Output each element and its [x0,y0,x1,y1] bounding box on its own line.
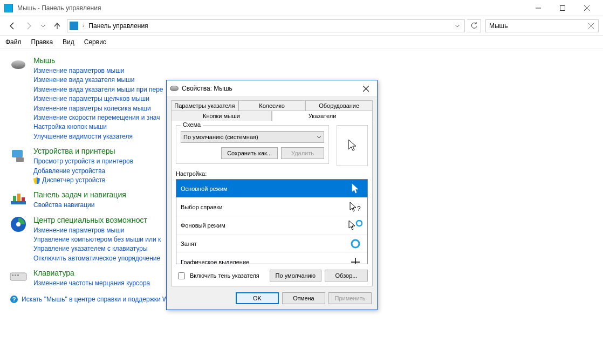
close-icon [363,86,369,92]
menu-service[interactable]: Сервис [84,38,106,46]
recent-dropdown[interactable] [39,18,47,33]
scheme-fieldset: Схема По умолчанию (системная) Сохранить… [176,125,329,164]
section-title[interactable]: Панель задач и навигация [33,190,126,199]
cursor-preview-icon [348,219,363,231]
section-link[interactable]: Отключить автоматическое упорядочение [33,254,161,263]
section-link[interactable]: Улучшение видимости указателя [33,132,163,141]
section-link[interactable]: Изменение параметров мыши [33,66,163,75]
cursor-preview-icon [348,238,363,250]
tab-pointer-options[interactable]: Параметры указателя [171,100,238,111]
control-panel-icon [4,4,13,12]
menu-file[interactable]: Файл [5,38,22,46]
help-icon: ? [10,295,18,304]
cursor-item[interactable]: Графическое выделение [176,253,367,264]
svg-text:?: ? [357,205,361,212]
refresh-button[interactable] [467,19,481,32]
tab-hardware[interactable]: Оборудование [305,100,373,111]
section-link[interactable]: Изменение вида указателя мыши [33,75,163,85]
svg-rect-7 [12,150,23,157]
svg-point-14 [16,222,20,226]
section-link[interactable]: Диспетчер устройств [33,176,133,185]
shield-icon [33,177,40,184]
section-link[interactable]: Настройка кнопок мыши [33,122,163,132]
dialog-titlebar: Свойства: Мышь [167,80,377,97]
cursor-name: Фоновый режим [181,222,225,229]
dialog-close-button[interactable] [358,82,374,95]
maximize-button[interactable] [550,0,574,16]
scheme-combo[interactable]: По умолчанию (системная) [181,131,324,143]
section-link[interactable]: Свойства навигации [33,201,126,210]
section-body: Центр специальных возможностИзменение па… [33,216,161,264]
nav-bar: › Панель управления [0,16,603,36]
arrow-up-icon [53,22,61,30]
back-button[interactable] [4,18,19,33]
cursor-list[interactable]: Основной режимВыбор справки?Фоновый режи… [176,179,368,264]
apply-button[interactable]: Применить [328,292,372,304]
scheme-legend: Схема [181,121,203,128]
forward-button[interactable] [22,18,37,33]
cursor-preview-icon: ? [348,201,363,213]
section-link[interactable]: Управление компьютером без мыши или к [33,235,161,244]
help-text: Искать "Мышь" в центре справки и поддерж… [22,296,168,303]
section-icon [10,269,27,286]
search-input[interactable] [488,22,586,30]
svg-point-25 [352,240,359,248]
menu-edit[interactable]: Правка [31,38,53,46]
search-box[interactable] [485,19,599,32]
section-link[interactable]: Изменение параметры щелчков мыши [33,94,163,104]
search-clear-icon[interactable] [586,23,596,29]
mouse-properties-dialog: Свойства: Мышь Параметры указателя Колес… [166,80,378,310]
close-icon [584,5,590,11]
cancel-button[interactable]: Отмена [282,292,325,304]
address-dropdown-icon[interactable] [453,23,462,29]
maximize-icon [560,5,565,11]
section-body: Панель задач и навигацияСвойства навигац… [33,190,126,210]
svg-rect-15 [10,273,26,280]
cursor-item[interactable]: Основной режим [176,180,367,198]
section-link[interactable]: Изменение параметров мыши [33,226,161,235]
cursor-item[interactable]: Фоновый режим [176,216,367,235]
section-title[interactable]: Центр специальных возможност [33,216,161,224]
tab-content-pointers: Схема По умолчанию (системная) Сохранить… [171,121,373,286]
section-link[interactable]: Изменение параметры колесика мыши [33,104,163,113]
up-button[interactable] [50,18,65,33]
section-link[interactable]: Просмотр устройств и принтеров [33,157,133,166]
cursor-name: Выбор справки [181,204,222,210]
minimize-button[interactable] [526,0,550,16]
section-title[interactable]: Мышь [33,56,163,65]
cursor-item[interactable]: Занят [176,235,367,253]
dialog-title: Свойства: Мышь [182,85,354,92]
section-link[interactable]: Изменение скорости перемещения и знач [33,113,163,122]
window-controls [526,0,599,16]
cursor-item[interactable]: Выбор справки? [176,198,367,216]
close-button[interactable] [574,0,599,16]
section-link[interactable]: Изменение вида указателя мыши при пере [33,85,163,94]
section-link[interactable]: Изменение частоты мерцания курсора [33,279,150,288]
section-title[interactable]: Устройства и принтеры [33,147,133,155]
shadow-checkbox-label[interactable]: Включить тень указателя [176,271,259,281]
menu-bar: Файл Правка Вид Сервис [0,36,603,49]
cursor-preview-icon [348,183,363,195]
browse-button[interactable]: Обзор... [325,270,368,281]
save-as-button[interactable]: Сохранить как... [221,147,278,159]
section-link[interactable]: Управление указателем с клавиатуры [33,244,161,253]
address-bar[interactable]: › Панель управления [67,19,465,32]
svg-point-6 [11,60,25,69]
tab-pointers[interactable]: Указатели [272,111,373,121]
shadow-checkbox[interactable] [178,272,185,279]
ok-button[interactable]: OK [236,292,279,304]
setting-label: Настройка: [176,170,368,177]
section-body: МышьИзменение параметров мышиИзменение в… [33,56,163,141]
menu-view[interactable]: Вид [63,38,74,46]
section-body: КлавиатураИзменение частоты мерцания кур… [33,269,150,288]
arrow-right-icon [25,22,33,30]
delete-button[interactable]: Удалить [281,147,324,159]
tab-buttons[interactable]: Кнопки мыши [171,111,272,121]
section-link[interactable]: Добавление устройства [33,167,133,176]
section-icon [10,216,27,233]
cursor-preview-icon [348,256,363,265]
section-title[interactable]: Клавиатура [33,269,150,277]
tab-wheel[interactable]: Колесико [238,100,306,111]
defaults-button[interactable]: По умолчанию [270,270,321,281]
svg-rect-12 [22,197,25,201]
